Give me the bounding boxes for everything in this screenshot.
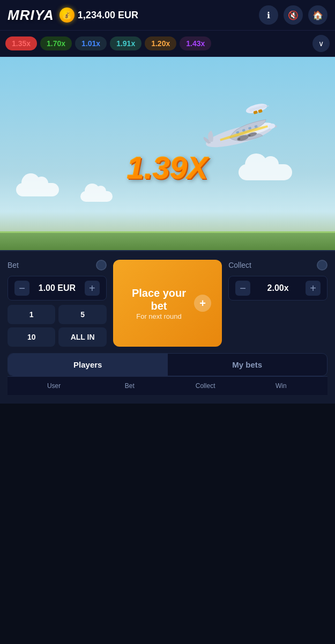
chevron-down-icon: ∨ [318, 39, 324, 48]
controls-panel: Bet − 1.00 EUR + 1 5 10 ALL IN Place you… [0, 250, 335, 404]
quick-bet-5[interactable]: 5 [58, 305, 106, 324]
bet-amount-value: 1.00 EUR [35, 283, 79, 293]
bet-header: Bet [8, 260, 107, 270]
place-bet-plus-icon: + [194, 295, 211, 312]
multiplier-bar: 1.35x 1.70x 1.01x 1.91x 1.20x 1.43x ∨ [0, 31, 335, 57]
col-user: User [16, 382, 92, 390]
expand-history-button[interactable]: ∨ [312, 35, 330, 52]
col-bet: Bet [92, 382, 167, 390]
my-bets-tab[interactable]: My bets [168, 354, 327, 376]
ground [0, 231, 335, 250]
info-icon: ℹ [267, 10, 270, 20]
header: MRIYA 💰 1,234.00 EUR ℹ 🔇 🏠 [0, 0, 335, 31]
bottom-area [0, 404, 335, 618]
quick-amounts: 1 5 10 ALL IN [8, 305, 107, 347]
table-header: User Bet Collect Win [8, 376, 327, 395]
cloud-2 [80, 191, 113, 202]
collect-amount-value: 2.00x [256, 283, 300, 293]
multiplier-pill-2[interactable]: 1.70x [40, 36, 72, 50]
col-win: Win [243, 382, 319, 390]
coin-icon: 💰 [59, 8, 75, 23]
collect-decrease-button[interactable]: − [235, 281, 250, 296]
tabs-container: Players My bets [8, 353, 327, 376]
bet-section: Bet − 1.00 EUR + 1 5 10 ALL IN [8, 260, 107, 347]
mute-button[interactable]: 🔇 [284, 5, 303, 25]
bet-toggle[interactable] [96, 260, 107, 270]
multiplier-pill-4[interactable]: 1.91x [110, 36, 142, 50]
logo: MRIYA [8, 7, 54, 24]
multiplier-pill-5[interactable]: 1.20x [145, 36, 176, 50]
quick-bet-allin[interactable]: ALL IN [58, 327, 106, 347]
place-bet-text: Place your bet For next round [124, 287, 194, 320]
bet-amount-control: − 1.00 EUR + [8, 276, 107, 301]
home-button[interactable]: 🏠 [308, 5, 327, 25]
cloud-3 [239, 164, 292, 180]
collect-increase-button[interactable]: + [306, 281, 321, 296]
place-bet-sub-label: For next round [124, 312, 194, 320]
col-collect: Collect [168, 382, 243, 390]
cloud-1 [16, 183, 59, 196]
balance-display: 1,234.00 EUR [78, 10, 138, 21]
balance-container: 💰 1,234.00 EUR [59, 8, 254, 23]
home-icon: 🏠 [312, 10, 323, 20]
bet-increase-button[interactable]: + [85, 281, 100, 296]
quick-bet-10[interactable]: 10 [8, 327, 55, 347]
collect-toggle[interactable] [317, 260, 327, 270]
game-area: 1.39X [0, 57, 335, 250]
collect-header: Collect [228, 260, 327, 270]
place-bet-section: Place your bet For next round + [113, 260, 222, 347]
place-bet-button[interactable]: Place your bet For next round + [113, 260, 222, 347]
collect-section: Collect − 2.00x + [228, 260, 327, 347]
info-button[interactable]: ℹ [259, 5, 278, 25]
bet-label: Bet [8, 261, 19, 269]
place-bet-main-label: Place your bet [124, 287, 194, 312]
mute-icon: 🔇 [288, 10, 299, 20]
collect-label: Collect [228, 261, 251, 269]
players-tab[interactable]: Players [8, 354, 168, 376]
multiplier-pill-6[interactable]: 1.43x [180, 36, 211, 50]
current-multiplier: 1.39X [127, 150, 209, 186]
controls-row: Bet − 1.00 EUR + 1 5 10 ALL IN Place you… [8, 260, 327, 347]
multiplier-pill-3[interactable]: 1.01x [75, 36, 107, 50]
bet-decrease-button[interactable]: − [14, 281, 29, 296]
header-icons: ℹ 🔇 🏠 [259, 5, 327, 25]
collect-amount-control: − 2.00x + [228, 276, 327, 301]
quick-bet-1[interactable]: 1 [8, 305, 55, 324]
multiplier-pill-1[interactable]: 1.35x [5, 36, 37, 50]
